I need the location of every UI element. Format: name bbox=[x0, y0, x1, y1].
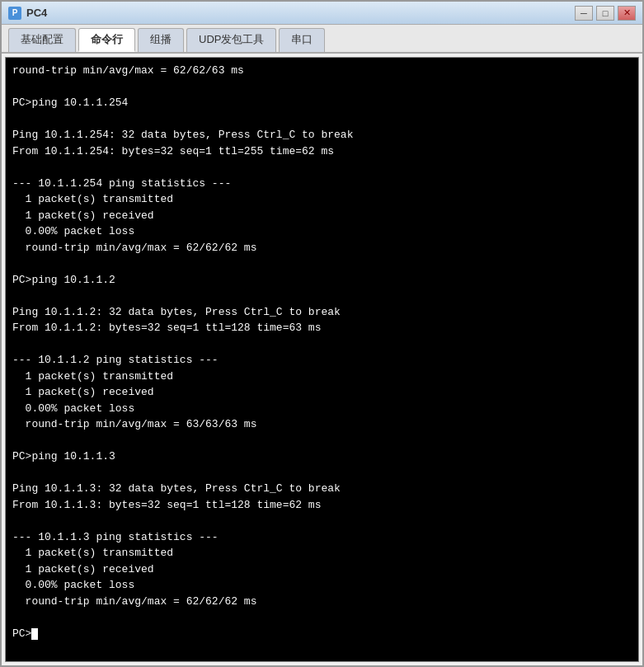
tab-basic-config[interactable]: 基础配置 bbox=[8, 28, 76, 52]
terminal-output[interactable]: round-trip min/avg/max = 62/62/63 ms PC>… bbox=[5, 57, 639, 662]
close-button[interactable]: ✕ bbox=[618, 6, 636, 21]
cursor bbox=[31, 628, 38, 640]
tab-udp-tool[interactable]: UDP发包工具 bbox=[186, 28, 276, 52]
tab-serial[interactable]: 串口 bbox=[279, 28, 325, 52]
app-icon: P bbox=[8, 7, 21, 20]
window-title: PC4 bbox=[26, 7, 575, 19]
minimize-button[interactable]: ─ bbox=[575, 6, 593, 21]
tab-multicast[interactable]: 组播 bbox=[138, 28, 184, 52]
title-bar: P PC4 ─ □ ✕ bbox=[2, 2, 642, 25]
tab-bar: 基础配置 命令行 组播 UDP发包工具 串口 bbox=[2, 25, 642, 54]
maximize-button[interactable]: □ bbox=[596, 6, 614, 21]
title-buttons: ─ □ ✕ bbox=[575, 6, 636, 21]
tab-command-line[interactable]: 命令行 bbox=[78, 28, 135, 52]
terminal-text: round-trip min/avg/max = 62/62/63 ms PC>… bbox=[12, 64, 353, 640]
main-window: P PC4 ─ □ ✕ 基础配置 命令行 组播 UDP发包工具 串口 round… bbox=[0, 0, 644, 667]
main-content: round-trip min/avg/max = 62/62/63 ms PC>… bbox=[2, 54, 642, 665]
